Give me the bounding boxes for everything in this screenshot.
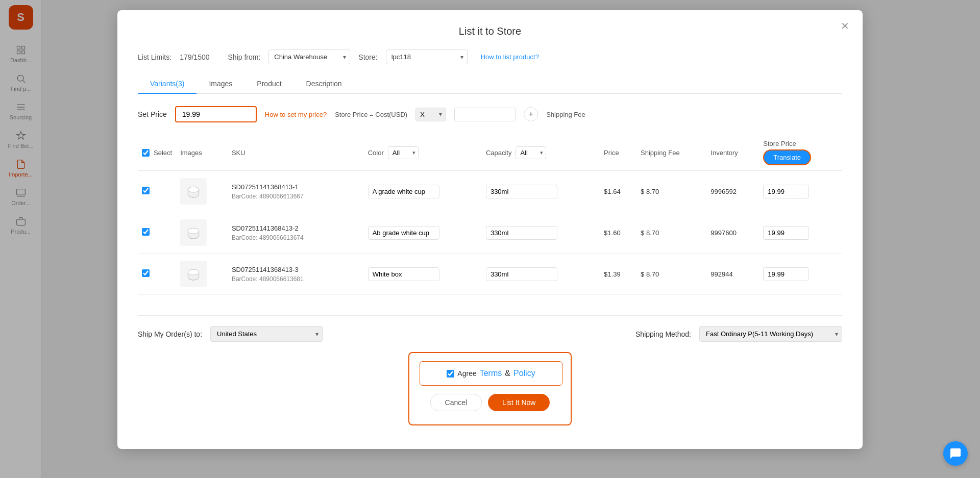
- ship-from-dropdown-wrapper: China Warehouse: [268, 49, 350, 64]
- formula-input[interactable]: [454, 108, 516, 121]
- ship-to-select[interactable]: United States: [210, 326, 323, 342]
- row-color-input-1[interactable]: [368, 226, 439, 240]
- ship-row: Ship My Order(s) to: United States Shipp…: [138, 326, 842, 342]
- row-checkbox-0[interactable]: [142, 187, 150, 194]
- ship-orders-label: Ship My Order(s) to:: [138, 330, 202, 338]
- shipping-fee-label: Shipping Fee: [546, 111, 585, 118]
- list-limits-label: List Limits:: [138, 53, 172, 61]
- row-price-cell: $1.64: [600, 171, 636, 212]
- store-select[interactable]: lpc118: [386, 49, 468, 64]
- shipping-fee-header: Shipping Fee: [636, 135, 706, 171]
- ship-from-label: Ship from:: [228, 53, 261, 61]
- row-store-price-cell: [759, 171, 842, 212]
- row-image-cell: [176, 254, 228, 295]
- row-store-price-input-1[interactable]: [763, 226, 809, 240]
- capacity-filter-wrapper: All: [516, 146, 546, 159]
- how-to-price-link[interactable]: How to set my price?: [265, 111, 327, 118]
- row-inventory-cell: 992944: [706, 254, 759, 295]
- row-barcode-0: BarCode: 4890066613667: [232, 193, 360, 200]
- row-sku-cell: SD07251141368413-1 BarCode: 489006661366…: [228, 171, 364, 212]
- row-color-input-2[interactable]: [368, 267, 439, 281]
- agree-checkbox[interactable]: [447, 370, 454, 378]
- svg-point-11: [188, 187, 199, 192]
- cancel-button[interactable]: Cancel: [430, 394, 482, 411]
- row-image-cell: [176, 171, 228, 212]
- ship-to-wrapper: United States: [210, 326, 323, 342]
- set-price-row: Set Price How to set my price? Store Pri…: [138, 106, 842, 122]
- list-limits-value: 179/1500: [180, 53, 209, 61]
- row-capacity-input-1[interactable]: [486, 226, 557, 240]
- row-shipping-fee-cell: $ 8.70: [636, 254, 706, 295]
- row-store-price-input-0[interactable]: [763, 185, 809, 198]
- table-row: SD07251141368413-3 BarCode: 489006661368…: [138, 254, 842, 295]
- multiply-select[interactable]: X: [415, 108, 446, 121]
- row-store-price-input-2[interactable]: [763, 267, 809, 281]
- color-filter-select[interactable]: All: [388, 146, 419, 159]
- select-all-checkbox[interactable]: [142, 149, 150, 157]
- select-label: Select: [154, 149, 172, 157]
- row-barcode-1: BarCode: 4890066613674: [232, 234, 360, 241]
- row-capacity-cell: [482, 254, 600, 295]
- chat-bubble[interactable]: [943, 441, 968, 466]
- row-store-price-cell: [759, 212, 842, 254]
- modal-overlay: ✕ List it to Store List Limits: 179/1500…: [0, 0, 980, 478]
- row-inventory-cell: 9996592: [706, 171, 759, 212]
- row-color-cell: [364, 171, 482, 212]
- tab-product[interactable]: Product: [244, 74, 293, 94]
- row-sku-1: SD07251141368413-2: [232, 224, 360, 232]
- row-capacity-cell: [482, 171, 600, 212]
- agree-row: Agree Terms & Policy: [420, 361, 562, 386]
- row-checkbox-cell: [138, 171, 176, 212]
- action-row: Cancel List It Now: [420, 394, 560, 416]
- terms-link[interactable]: Terms: [480, 369, 502, 378]
- row-inventory-cell: 9997600: [706, 212, 759, 254]
- and-text: &: [505, 369, 510, 378]
- capacity-filter-select[interactable]: All: [516, 146, 546, 159]
- row-shipping-fee-cell: $ 8.70: [636, 212, 706, 254]
- ship-from-select[interactable]: China Warehouse: [268, 49, 350, 64]
- table-row: SD07251141368413-2 BarCode: 489006661367…: [138, 212, 842, 254]
- capacity-filter-label: Capacity: [486, 149, 512, 157]
- modal-title: List it to Store: [138, 26, 842, 37]
- row-color-cell: [364, 254, 482, 295]
- product-image-1: [180, 219, 207, 246]
- row-image-cell: [176, 212, 228, 254]
- tab-description[interactable]: Description: [294, 74, 354, 94]
- store-price-header: Store Price Translate: [759, 135, 842, 171]
- modal: ✕ List it to Store List Limits: 179/1500…: [117, 10, 863, 449]
- close-button[interactable]: ✕: [837, 18, 852, 34]
- tab-images[interactable]: Images: [197, 74, 244, 94]
- multiply-dropdown-wrapper: X: [415, 108, 446, 121]
- policy-link[interactable]: Policy: [513, 369, 535, 378]
- row-sku-cell: SD07251141368413-2 BarCode: 489006661367…: [228, 212, 364, 254]
- tab-variants[interactable]: Variants(3): [138, 74, 197, 94]
- store-label: Store:: [358, 53, 377, 61]
- plus-button[interactable]: +: [524, 107, 538, 121]
- store-price-eq: Store Price = Cost(USD): [335, 111, 407, 118]
- row-checkbox-cell: [138, 212, 176, 254]
- shipping-method-select[interactable]: Fast Ordinary P(5-11 Working Days): [699, 326, 842, 342]
- translate-button[interactable]: Translate: [763, 149, 811, 165]
- table-row: SD07251141368413-1 BarCode: 489006661366…: [138, 171, 842, 212]
- row-capacity-cell: [482, 212, 600, 254]
- row-capacity-input-2[interactable]: [486, 267, 557, 281]
- svg-point-14: [188, 228, 199, 234]
- how-to-list-link[interactable]: How to list product?: [481, 53, 539, 61]
- row-checkbox-2[interactable]: [142, 269, 150, 277]
- agree-text: Agree: [457, 369, 476, 378]
- tabs: Variants(3) Images Product Description: [138, 74, 842, 94]
- color-filter-wrapper: All: [388, 146, 419, 159]
- price-input[interactable]: [175, 106, 257, 122]
- shipping-method-wrapper: Fast Ordinary P(5-11 Working Days): [699, 326, 842, 342]
- row-color-input-0[interactable]: [368, 185, 439, 198]
- row-store-price-cell: [759, 254, 842, 295]
- set-price-label: Set Price: [138, 110, 167, 118]
- row-capacity-input-0[interactable]: [486, 185, 557, 198]
- row-shipping-fee-cell: $ 8.70: [636, 171, 706, 212]
- list-now-button[interactable]: List It Now: [488, 394, 550, 411]
- row-sku-cell: SD07251141368413-3 BarCode: 489006661368…: [228, 254, 364, 295]
- images-header: Images: [176, 135, 228, 171]
- row-checkbox-1[interactable]: [142, 228, 150, 236]
- svg-point-17: [188, 269, 199, 275]
- bottom-box: Agree Terms & Policy Cancel List It Now: [408, 352, 572, 425]
